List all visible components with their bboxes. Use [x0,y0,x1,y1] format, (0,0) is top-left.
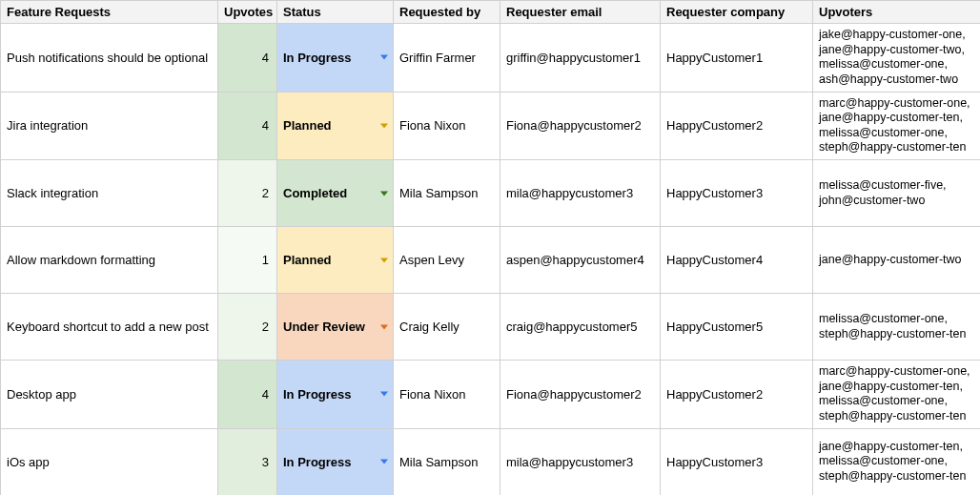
cell-requester-company[interactable]: HappyCustomer2 [661,361,813,429]
status-label: Planned [283,253,332,267]
cell-status[interactable]: Completed [277,160,394,227]
cell-feature[interactable]: iOs app [1,428,218,495]
cell-feature[interactable]: Jira integration [1,92,218,160]
cell-requester-company[interactable]: HappyCustomer4 [661,227,813,294]
cell-upvoters[interactable]: marc@happy-customer-one, jane@happy-cust… [813,361,981,429]
cell-upvoters[interactable]: jane@happy-customer-ten, melissa@custome… [813,428,981,495]
cell-requester-company[interactable]: HappyCustomer5 [661,294,813,361]
cell-requester-email[interactable]: mila@happycustomer3 [500,428,661,495]
chevron-down-icon[interactable] [380,55,388,60]
chevron-down-icon[interactable] [380,123,388,128]
cell-upvotes[interactable]: 3 [218,428,277,495]
cell-upvoters[interactable]: jane@happy-customer-two [813,227,981,294]
header-upvotes[interactable]: Upvotes [218,1,277,24]
status-label: In Progress [283,455,352,469]
cell-status[interactable]: Under Review [277,294,394,361]
cell-requester-email[interactable]: Fiona@happycustomer2 [500,361,661,429]
cell-feature[interactable]: Slack integration [1,160,218,227]
table-row: Allow markdown formatting1PlannedAspen L… [1,227,981,294]
cell-status[interactable]: In Progress [277,24,394,93]
table-row: Slack integration2CompletedMila Sampsonm… [1,160,981,227]
cell-feature[interactable]: Push notifications should be optional [1,24,218,93]
cell-requested-by[interactable]: Mila Sampson [394,428,500,495]
cell-requested-by[interactable]: Griffin Farmer [394,24,500,93]
table-row: Push notifications should be optional4In… [1,24,981,93]
cell-status[interactable]: Planned [277,227,394,294]
cell-requester-company[interactable]: HappyCustomer2 [661,92,813,160]
status-label: In Progress [283,387,352,402]
table-row: Desktop app4In ProgressFiona NixonFiona@… [1,361,981,429]
cell-status[interactable]: In Progress [277,428,394,495]
cell-requester-email[interactable]: griffin@happycustomer1 [500,24,661,93]
cell-requester-email[interactable]: mila@happycustomer3 [500,160,661,227]
status-label: Under Review [283,320,365,334]
table-header-row: Feature Requests Upvotes Status Requeste… [1,1,981,24]
header-requester-email[interactable]: Requester email [500,1,661,24]
cell-feature[interactable]: Allow markdown formatting [1,227,218,294]
cell-requester-company[interactable]: HappyCustomer3 [661,160,813,227]
cell-upvoters[interactable]: melissa@customer-one, steph@happy-custom… [813,294,981,361]
cell-requested-by[interactable]: Aspen Levy [394,227,500,294]
cell-requested-by[interactable]: Mila Sampson [394,160,500,227]
cell-upvotes[interactable]: 1 [218,227,277,294]
header-requester-company[interactable]: Requester company [661,1,813,24]
table-row: Keyboard shortcut to add a new post2Unde… [1,294,981,361]
cell-requester-company[interactable]: HappyCustomer1 [661,24,813,93]
status-label: Planned [283,118,332,133]
header-feature[interactable]: Feature Requests [1,1,218,24]
feature-requests-table: Feature Requests Upvotes Status Requeste… [0,0,980,495]
chevron-down-icon[interactable] [380,324,388,329]
cell-upvotes[interactable]: 4 [218,24,277,93]
cell-requester-email[interactable]: aspen@happycustomer4 [500,227,661,294]
status-label: In Progress [283,51,352,65]
chevron-down-icon[interactable] [380,392,388,397]
cell-requested-by[interactable]: Fiona Nixon [394,92,500,160]
cell-requester-email[interactable]: craig@happycustomer5 [500,294,661,361]
cell-feature[interactable]: Desktop app [1,361,218,429]
cell-status[interactable]: Planned [277,92,394,160]
cell-requester-email[interactable]: Fiona@happycustomer2 [500,92,661,160]
header-upvoters[interactable]: Upvoters [813,1,981,24]
status-label: Completed [283,186,347,200]
cell-status[interactable]: In Progress [277,361,394,429]
cell-upvoters[interactable]: marc@happy-customer-one, jane@happy-cust… [813,92,981,160]
header-status[interactable]: Status [277,1,394,24]
cell-upvoters[interactable]: jake@happy-customer-one, jane@happy-cust… [813,24,981,93]
cell-upvotes[interactable]: 2 [218,294,277,361]
table-row: iOs app3In ProgressMila Sampsonmila@happ… [1,428,981,495]
cell-upvoters[interactable]: melissa@customer-five, john@customer-two [813,160,981,227]
cell-requested-by[interactable]: Fiona Nixon [394,361,500,429]
header-requested-by[interactable]: Requested by [394,1,500,24]
cell-upvotes[interactable]: 2 [218,160,277,227]
chevron-down-icon[interactable] [380,258,388,262]
cell-upvotes[interactable]: 4 [218,92,277,160]
chevron-down-icon[interactable] [380,460,388,464]
table-row: Jira integration4PlannedFiona NixonFiona… [1,92,981,160]
cell-upvotes[interactable]: 4 [218,361,277,429]
chevron-down-icon[interactable] [380,191,388,196]
cell-requested-by[interactable]: Craig Kelly [394,294,500,361]
cell-feature[interactable]: Keyboard shortcut to add a new post [1,294,218,361]
cell-requester-company[interactable]: HappyCustomer3 [661,428,813,495]
